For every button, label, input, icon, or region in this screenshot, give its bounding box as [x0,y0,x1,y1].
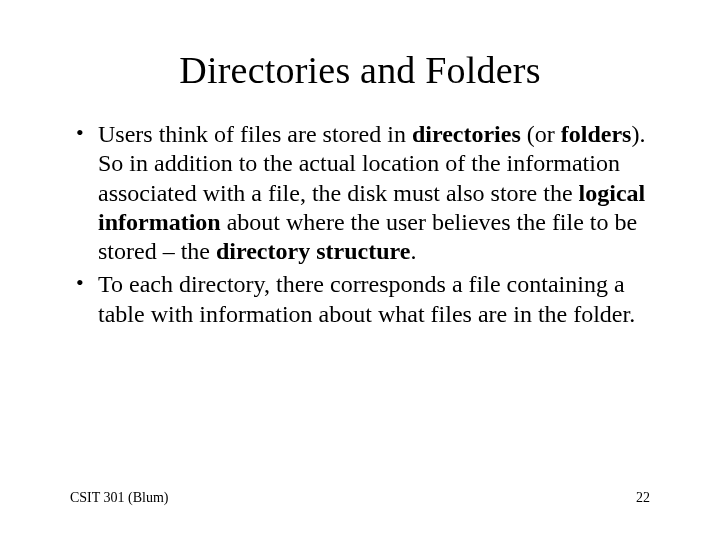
footer-page-number: 22 [636,490,650,506]
bullet-2: To each directory, there corresponds a f… [98,270,650,329]
bullet-1: Users think of files are stored in direc… [98,120,650,266]
footer-course: CSIT 301 (Blum) [70,490,169,506]
bullet-list: Users think of files are stored in direc… [70,120,650,329]
slide: Directories and Folders Users think of f… [0,0,720,540]
slide-title: Directories and Folders [70,48,650,92]
text: . [410,238,416,264]
bold-directory-structure: directory structure [216,238,410,264]
text: Users think of files are stored in [98,121,412,147]
bold-directories: directories [412,121,521,147]
text: (or [521,121,561,147]
bold-folders: folders [561,121,632,147]
